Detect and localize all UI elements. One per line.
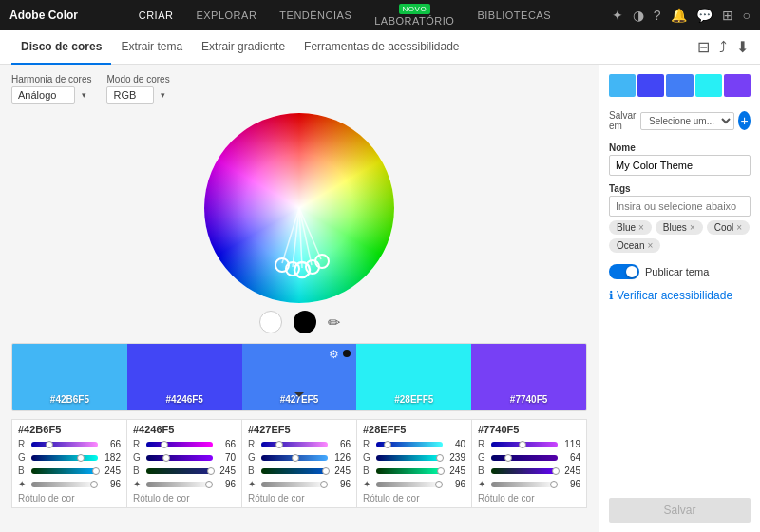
accessibility-link[interactable]: ℹ Verificar acessibilidade <box>609 289 750 302</box>
slider-col-2-hex: #4246F5 <box>133 424 236 435</box>
slider-g-4: G 239 <box>363 452 466 463</box>
bright-icon-2: ✦ <box>133 479 142 489</box>
swatch-4[interactable]: #28EFF5 <box>356 344 471 410</box>
mini-swatch-2 <box>637 74 664 97</box>
bright-val-4: 96 <box>446 479 466 489</box>
right-panel: Salvar em Selecione um... + Nome Tags Bl… <box>598 65 760 532</box>
b-track-5[interactable] <box>491 468 558 474</box>
white-swatch[interactable] <box>259 311 282 333</box>
r-track-3[interactable] <box>261 442 328 447</box>
harmony-group: Harmonia de cores Análogo <box>11 74 91 104</box>
mode-select[interactable]: RGB <box>106 86 154 104</box>
b-track-1[interactable] <box>31 468 98 474</box>
top-nav: Adobe Color CRIAR EXPLORAR TENDÊNCIAS No… <box>0 0 760 30</box>
b-label-2: B <box>133 466 142 476</box>
mode-label: Modo de cores <box>106 74 169 85</box>
slider-b-2: B 245 <box>133 466 236 476</box>
g-track-2[interactable] <box>146 455 213 461</box>
color-label-4: Rótulo de cor <box>363 493 466 504</box>
swatch-3-settings-icon[interactable]: ⚙ <box>329 348 339 361</box>
color-wheel-icon[interactable]: ◑ <box>633 8 644 23</box>
bell-icon[interactable]: 🔔 <box>671 8 687 23</box>
help-icon[interactable]: ? <box>654 8 661 23</box>
sliders-area: #42B6F5 R 66 G 182 B 245 ✦ <box>11 419 587 508</box>
tag-blues-remove[interactable]: × <box>690 222 695 233</box>
bright-icon-3: ✦ <box>248 479 257 489</box>
tag-cool-remove[interactable]: × <box>736 222 742 233</box>
name-input[interactable] <box>609 155 750 176</box>
swatch-2[interactable]: #4246F5 <box>127 344 242 410</box>
chat-icon[interactable]: 💬 <box>696 8 712 23</box>
b-val-1: 245 <box>102 466 121 476</box>
g-track-1[interactable] <box>31 455 98 461</box>
publish-label: Publicar tema <box>645 266 709 277</box>
nav-laboratorio[interactable]: Novo LABORATÓRIO <box>374 4 454 27</box>
harmony-select[interactable]: Análogo <box>11 86 75 104</box>
slider-col-1-hex: #42B6F5 <box>18 424 121 435</box>
swatch-5[interactable]: #7740F5 <box>471 344 586 410</box>
b-track-4[interactable] <box>376 468 443 474</box>
nav-explorar[interactable]: EXPLORAR <box>196 10 256 21</box>
g-track-4[interactable] <box>376 455 443 461</box>
star-icon[interactable]: ✦ <box>612 8 623 23</box>
nav-tendencias[interactable]: TENDÊNCIAS <box>279 10 352 21</box>
camera-icon[interactable]: ⊟ <box>697 38 710 56</box>
tab-disco-cores[interactable]: Disco de cores <box>11 30 111 65</box>
slider-g-3: G 126 <box>248 452 351 463</box>
b-track-3[interactable] <box>261 468 328 474</box>
bright-track-3[interactable] <box>261 482 328 487</box>
b-label: B <box>18 466 28 476</box>
r-track-2[interactable] <box>146 442 213 447</box>
mini-swatch-1 <box>609 74 636 97</box>
tab-bar: Disco de cores Extrair tema Extrair grad… <box>0 30 760 65</box>
slider-r-4: R 40 <box>363 439 466 449</box>
slider-br-1: ✦ 96 <box>18 479 121 489</box>
bright-track-1[interactable] <box>31 482 98 487</box>
tags-label: Tags <box>609 183 750 194</box>
save-add-button[interactable]: + <box>738 111 750 130</box>
black-swatch[interactable] <box>294 311 316 333</box>
swatch-3[interactable]: ⚙ #427EF5 <box>242 344 357 410</box>
wheel-container: ✏ <box>11 113 587 333</box>
mini-swatches <box>609 74 750 97</box>
nav-bibliotecas[interactable]: BIBLIOTECAS <box>477 10 551 21</box>
nav-icons: ✦ ◑ ? 🔔 💬 ⊞ ○ <box>612 8 750 23</box>
b-track-2[interactable] <box>146 468 213 474</box>
nav-criar[interactable]: CRIAR <box>139 10 174 21</box>
grid-icon[interactable]: ⊞ <box>722 8 733 23</box>
g-track-5[interactable] <box>491 455 558 461</box>
swatch-1-hex: #42B6F5 <box>50 394 89 405</box>
r-label-3: R <box>248 439 257 449</box>
slider-col-4-hex: #28EFF5 <box>363 424 466 435</box>
r-track-5[interactable] <box>491 442 558 447</box>
tab-acessibilidade[interactable]: Ferramentas de acessibilidade <box>294 30 468 65</box>
bright-icon-5: ✦ <box>478 479 487 489</box>
color-wheel[interactable] <box>204 113 394 303</box>
g-label-2: G <box>133 452 142 463</box>
color-label-5: Rótulo de cor <box>478 493 580 504</box>
g-track-3[interactable] <box>261 455 328 461</box>
eyedropper-icon[interactable]: ✏ <box>328 314 340 332</box>
tag-ocean-remove[interactable]: × <box>647 240 653 251</box>
r-track-4[interactable] <box>376 442 443 447</box>
share-icon[interactable]: ⤴ <box>719 39 727 56</box>
bright-track-4[interactable] <box>376 482 443 487</box>
avatar[interactable]: ○ <box>743 8 750 23</box>
r-track-1[interactable] <box>31 442 98 447</box>
tag-blue-remove[interactable]: × <box>638 222 644 233</box>
swatches-row: #42B6F5 #4246F5 ⚙ #427EF5 #28EFF5 #7740F… <box>11 343 587 411</box>
bright-track-5[interactable] <box>491 482 558 487</box>
publish-toggle[interactable] <box>609 264 639 279</box>
save-button[interactable]: Salvar <box>609 498 750 522</box>
accessibility-link-text: Verificar acessibilidade <box>617 289 732 302</box>
download-icon[interactable]: ⬇ <box>736 38 749 56</box>
r-val-2: 66 <box>217 439 236 449</box>
swatch-1[interactable]: #42B6F5 <box>12 344 127 410</box>
tab-extrair-tema[interactable]: Extrair tema <box>111 30 192 65</box>
r-label: R <box>18 439 28 449</box>
save-in-label: Salvar em <box>609 110 636 131</box>
tags-input[interactable] <box>609 196 750 217</box>
save-select[interactable]: Selecione um... <box>640 112 734 130</box>
tab-extrair-gradiente[interactable]: Extrair gradiente <box>192 30 294 65</box>
bright-track-2[interactable] <box>146 482 213 487</box>
